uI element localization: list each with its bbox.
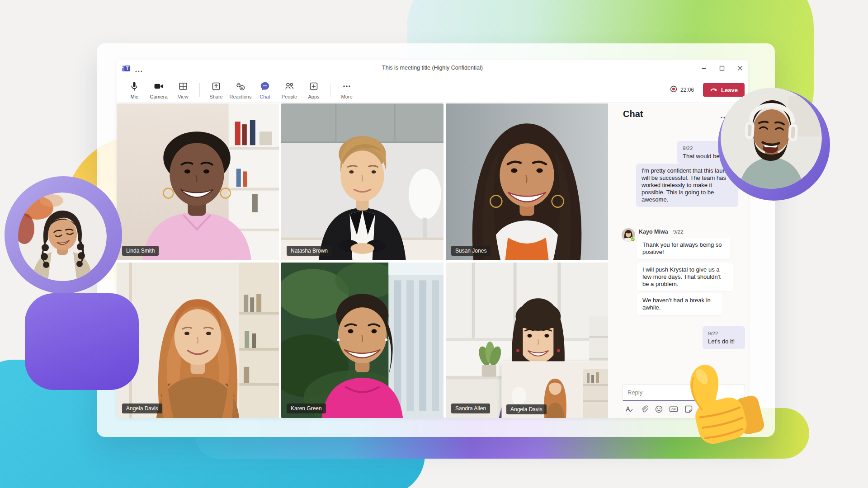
meeting-toolbar: Mic Camera View Share Reactions Chat (117, 77, 748, 103)
chat-button[interactable]: Chat (253, 78, 277, 102)
meeting-title: This is meeting title (Highly Confidenti… (382, 65, 483, 71)
svg-text:GIF: GIF (671, 408, 676, 411)
participant-name-tag: Linda Smith (122, 246, 159, 256)
message-text: I'm pretty confident that this launch wi… (642, 167, 733, 203)
avatar-kayo-miwa (622, 228, 635, 242)
teams-logo-icon: T (121, 63, 131, 75)
view-button[interactable]: View (171, 78, 195, 102)
camera-label: Camera (150, 94, 167, 99)
chat-message-received: Thank you for always being so positive! (637, 238, 730, 259)
video-tile-linda-smith[interactable]: Linda Smith (117, 103, 279, 260)
format-icon[interactable] (624, 404, 633, 413)
minimize-button[interactable] (699, 64, 708, 73)
participant-name-tag: Natasha Brown (287, 246, 332, 256)
reactions-button[interactable]: Reactions (228, 78, 253, 102)
apps-label: Apps (308, 94, 319, 99)
share-icon (211, 81, 222, 94)
sender-name: Kayo Miwa (639, 229, 668, 235)
video-tile-natasha-brown[interactable]: Natasha Brown (281, 103, 443, 260)
view-label: View (178, 94, 189, 99)
view-icon (178, 81, 189, 94)
participant-name-tag: Karen Green (287, 404, 326, 413)
page: { "titlebar": { "title": "This is meetin… (0, 0, 868, 488)
message-text: Let’s do it! (708, 338, 740, 345)
titlebar-more-icon[interactable] (135, 66, 143, 75)
people-button[interactable]: People (277, 78, 302, 102)
more-button[interactable]: More (335, 78, 359, 102)
svg-text:T: T (126, 66, 129, 71)
video-tile-susan-jones[interactable]: Susan Jones (446, 103, 608, 260)
more-icon (341, 81, 352, 94)
chat-message-sent: 9/22 Let’s do it! (703, 326, 745, 349)
mic-button[interactable]: Mic (122, 78, 146, 102)
attach-icon[interactable] (639, 404, 648, 413)
toolbar-divider (199, 83, 200, 97)
chat-message-received: I will push Krystal to give us a few mor… (637, 263, 733, 291)
message-text: I will push Krystal to give us a few mor… (642, 266, 727, 288)
participant-name-tag: Angela Davis (122, 404, 162, 413)
chat-panel-title: Chat (623, 109, 643, 119)
emoji-icon[interactable] (654, 404, 663, 413)
window-titlebar: T This is meeting title (Highly Confiden… (117, 60, 748, 77)
people-icon (284, 81, 295, 94)
reactions-icon (235, 81, 246, 94)
share-button[interactable]: Share (204, 78, 228, 102)
share-label: Share (209, 94, 222, 99)
camera-button[interactable]: Camera (146, 78, 171, 102)
sender-time: 9/22 (673, 229, 683, 235)
video-tile-karen-green[interactable]: Karen Green (281, 263, 443, 418)
decor-purple-blob (25, 293, 139, 390)
participant-name-tag: Susan Jones (451, 246, 491, 256)
participant-name-tag: Sandra Allen (451, 404, 490, 413)
pip-name-tag: Angela Davis (506, 404, 547, 414)
decor-avatar-woman (18, 192, 107, 281)
chat-message-received: We haven’t had a break in awhile. (637, 293, 722, 315)
more-label: More (341, 94, 352, 99)
leave-phone-icon (710, 85, 718, 95)
close-button[interactable] (736, 64, 745, 73)
mic-label: Mic (130, 94, 138, 99)
leave-button[interactable]: Leave (703, 83, 745, 97)
mic-icon (129, 81, 140, 94)
message-text: We haven’t had a break in awhile. (642, 297, 717, 311)
recording-icon (670, 85, 677, 94)
chat-icon (259, 81, 270, 94)
message-sender-row: Kayo Miwa 9/22 (639, 229, 683, 235)
decor-avatar-man (721, 88, 822, 189)
leave-label: Leave (721, 87, 738, 94)
presence-available-icon (631, 237, 635, 242)
recording-time: 22:06 (680, 87, 694, 93)
people-label: People (282, 94, 297, 99)
video-tile-sandra-allen[interactable]: Sandra Allen Angela Davis (446, 263, 608, 418)
apps-icon (308, 81, 319, 94)
gif-icon[interactable]: GIF (669, 404, 678, 413)
video-tile-angela-davis[interactable]: Angela Davis (117, 263, 279, 418)
message-time: 9/22 (708, 330, 740, 337)
pip-video-angela-davis[interactable]: Angela Davis (502, 361, 608, 418)
camera-icon (153, 81, 164, 94)
message-text: Thank you for always being so positive! (642, 241, 725, 256)
toolbar-divider (330, 83, 330, 97)
chat-message-received: I'm pretty confident that this launch wi… (636, 164, 738, 207)
maximize-button[interactable] (717, 64, 726, 73)
apps-button[interactable]: Apps (302, 78, 326, 102)
chat-label: Chat (259, 94, 270, 99)
reactions-label: Reactions (230, 94, 252, 99)
